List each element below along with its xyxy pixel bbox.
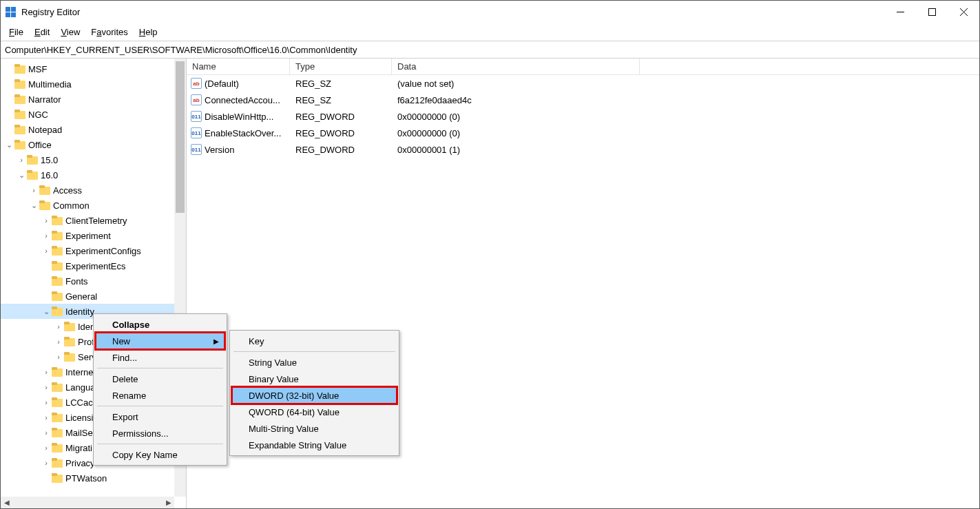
separator xyxy=(233,351,395,352)
menu-favorites[interactable]: Favorites xyxy=(85,25,133,39)
chevron-right-icon[interactable]: › xyxy=(41,231,52,240)
maximize-button[interactable] xyxy=(916,1,948,23)
submenu-arrow-icon: ▶ xyxy=(213,337,219,345)
chevron-right-icon[interactable]: › xyxy=(41,247,52,255)
ctx-permissions[interactable]: Permissions... xyxy=(96,425,225,442)
tree-node-narrator[interactable]: Narrator xyxy=(1,92,174,107)
tree-node-general[interactable]: General xyxy=(1,289,174,304)
ctx-find[interactable]: Find... xyxy=(96,349,225,366)
folder-icon xyxy=(64,337,75,346)
folder-icon xyxy=(39,200,50,210)
folder-icon xyxy=(64,322,75,331)
value-row[interactable]: 011VersionREG_DWORD0x00000001 (1) xyxy=(187,141,979,158)
tree-node-label: Common xyxy=(53,200,90,211)
tree-node-access[interactable]: ›Access xyxy=(1,183,174,198)
menu-file[interactable]: File xyxy=(3,25,29,39)
chevron-right-icon[interactable]: › xyxy=(53,322,64,331)
chevron-down-icon[interactable]: ⌄ xyxy=(3,141,14,149)
ctx-collapse[interactable]: Collapse xyxy=(96,316,225,333)
tree-node-label: Experiment xyxy=(65,231,111,241)
ctx-new-key[interactable]: Key xyxy=(232,333,397,349)
menu-view[interactable]: View xyxy=(55,25,85,39)
column-name[interactable]: Name xyxy=(187,59,290,74)
folder-icon xyxy=(14,125,25,134)
tree-node-label: Multimedia xyxy=(28,79,72,90)
tree-node-experimentecs[interactable]: ExperimentEcs xyxy=(1,258,174,273)
chevron-down-icon[interactable]: ⌄ xyxy=(41,307,52,316)
menu-edit[interactable]: Edit xyxy=(29,25,55,39)
minimize-button[interactable] xyxy=(884,1,916,23)
chevron-right-icon[interactable]: › xyxy=(53,353,64,361)
tree-node-common[interactable]: ⌄Common xyxy=(1,198,174,213)
value-row[interactable]: 011DisableWinHttp...REG_DWORD0x00000000 … xyxy=(187,108,979,125)
tree-horizontal-scrollbar[interactable]: ◀▶ xyxy=(1,497,174,508)
value-name: EnableStackOver... xyxy=(205,128,281,138)
ctx-new-multistring[interactable]: Multi-String Value xyxy=(232,420,397,437)
chevron-right-icon[interactable]: › xyxy=(41,444,52,452)
folder-icon xyxy=(52,443,63,453)
ctx-new-qword[interactable]: QWORD (64-bit) Value xyxy=(232,404,397,420)
folder-icon xyxy=(52,397,63,407)
tree-node-16-0[interactable]: ⌄16.0 xyxy=(1,167,174,183)
chevron-right-icon[interactable]: › xyxy=(41,216,52,225)
ctx-new[interactable]: New ▶ xyxy=(96,333,225,349)
ctx-export[interactable]: Export xyxy=(96,408,225,425)
tree-node-label: Langua xyxy=(65,382,95,393)
tree-node-label: ExperimentConfigs xyxy=(65,246,141,256)
tree-node-multimedia[interactable]: Multimedia xyxy=(1,76,174,92)
chevron-right-icon[interactable]: › xyxy=(41,398,52,406)
ctx-delete[interactable]: Delete xyxy=(96,371,225,387)
ctx-new-expandstring[interactable]: Expandable String Value xyxy=(232,437,397,453)
chevron-down-icon[interactable]: ⌄ xyxy=(28,201,39,210)
value-row[interactable]: abConnectedAccou...REG_SZf6a212fe0daaed4… xyxy=(187,92,979,108)
tree-node-label: MSF xyxy=(28,64,47,74)
ctx-new-dword[interactable]: DWORD (32-bit) Value xyxy=(232,387,397,404)
tree-node-label: Identity xyxy=(65,307,94,317)
chevron-right-icon[interactable]: › xyxy=(28,186,39,194)
folder-icon xyxy=(52,246,63,256)
chevron-right-icon[interactable]: › xyxy=(41,368,52,376)
regedit-icon xyxy=(5,6,16,17)
chevron-down-icon[interactable]: ⌄ xyxy=(16,171,27,180)
folder-icon xyxy=(52,291,63,301)
chevron-right-icon[interactable]: › xyxy=(41,413,52,422)
tree-node-ptwatson[interactable]: PTWatson xyxy=(1,470,174,486)
tree-node-experiment[interactable]: ›Experiment xyxy=(1,228,174,243)
chevron-right-icon[interactable]: › xyxy=(41,383,52,391)
value-row[interactable]: 011EnableStackOver...REG_DWORD0x00000000… xyxy=(187,125,979,141)
folder-icon xyxy=(14,94,25,104)
ctx-new-string[interactable]: String Value xyxy=(232,354,397,371)
tree-node-label: Access xyxy=(53,185,82,196)
tree-node-label: Privacy xyxy=(65,458,95,468)
tree-node-notepad[interactable]: Notepad xyxy=(1,122,174,137)
tree-node-clienttelemetry[interactable]: ›ClientTelemetry xyxy=(1,213,174,228)
tree-node-label: ExperimentEcs xyxy=(65,261,125,271)
tree-node-fonts[interactable]: Fonts xyxy=(1,273,174,289)
folder-icon xyxy=(52,367,63,377)
chevron-right-icon[interactable]: › xyxy=(53,337,64,346)
context-menu-key: Collapse New ▶ Find... Delete Rename Exp… xyxy=(93,313,227,466)
menu-help[interactable]: Help xyxy=(134,25,163,39)
column-type[interactable]: Type xyxy=(290,59,392,74)
value-type: REG_DWORD xyxy=(290,112,392,122)
tree-node-15-0[interactable]: ›15.0 xyxy=(1,152,174,167)
chevron-right-icon[interactable]: › xyxy=(41,459,52,467)
column-data[interactable]: Data xyxy=(392,59,640,74)
chevron-right-icon[interactable]: › xyxy=(41,428,52,437)
tree-node-experimentconfigs[interactable]: ›ExperimentConfigs xyxy=(1,243,174,258)
folder-icon xyxy=(52,413,63,422)
ctx-new-label: New xyxy=(112,336,130,346)
ctx-new-binary[interactable]: Binary Value xyxy=(232,371,397,387)
address-bar[interactable]: Computer\HKEY_CURRENT_USER\SOFTWARE\Micr… xyxy=(1,41,979,59)
ctx-copy-key-name[interactable]: Copy Key Name xyxy=(96,446,225,463)
tree-node-label: 16.0 xyxy=(41,170,58,180)
close-button[interactable] xyxy=(948,1,979,23)
tree-node-msf[interactable]: MSF xyxy=(1,61,174,76)
value-row[interactable]: ab(Default)REG_SZ(value not set) xyxy=(187,75,979,92)
chevron-right-icon[interactable]: › xyxy=(16,156,27,164)
tree-node-office[interactable]: ⌄Office xyxy=(1,137,174,152)
context-menu-new: Key String Value Binary Value DWORD (32-… xyxy=(229,330,399,456)
tree-node-ngc[interactable]: NGC xyxy=(1,107,174,122)
tree-node-label: Narrator xyxy=(28,94,61,105)
ctx-rename[interactable]: Rename xyxy=(96,387,225,404)
